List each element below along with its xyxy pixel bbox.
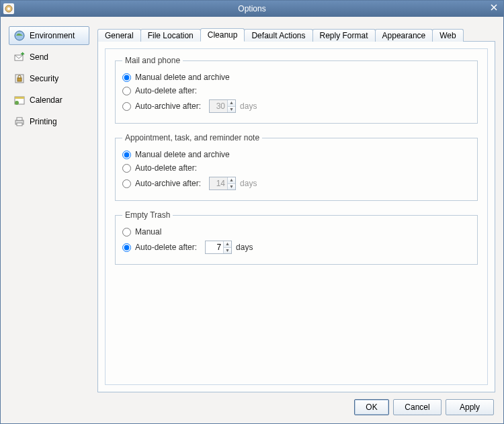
spin-down-icon: ▼ [228,183,235,190]
group-mail-phone: Mail and phone Manual delete and archive… [115,56,478,124]
lock-icon [13,73,26,85]
tab-label: General [105,31,134,40]
mail-days-spinner: ▲▼ [209,99,236,113]
radio-label: Auto-delete after: [135,163,197,173]
send-icon [13,51,26,63]
tab-reply-format[interactable]: Reply Format [312,29,376,42]
options-window: Options Environment Send [0,0,504,424]
days-unit: days [236,243,253,252]
svg-rect-9 [15,97,24,99]
radio-label: Manual delete and archive [135,150,230,159]
mail-days-input [210,100,227,112]
group-legend: Empty Trash [122,210,173,220]
sidebar-item-printing[interactable]: Printing [9,112,89,131]
dialog-body: Environment Send Security [1,17,503,423]
tab-appearance[interactable]: Appearance [375,29,433,42]
svg-point-1 [7,7,10,10]
radio-trash-manual[interactable]: Manual [122,225,470,239]
sidebar-item-security[interactable]: Security [9,69,89,88]
days-unit: days [240,101,257,111]
radio-input[interactable] [122,102,131,111]
svg-point-10 [15,101,19,105]
tab-general[interactable]: General [97,29,141,42]
appt-days-input [210,177,227,189]
days-unit: days [240,179,257,188]
radio-mail-autodelete[interactable]: Auto-delete after: [122,84,470,97]
tab-label: File Location [148,31,194,40]
calendar-icon [13,94,26,106]
radio-label: Auto-delete after: [135,243,197,252]
sidebar-item-calendar[interactable]: Calendar [9,91,89,110]
tab-default-actions[interactable]: Default Actions [244,29,312,42]
tab-file-location[interactable]: File Location [140,29,201,42]
tab-cleanup[interactable]: Cleanup [200,28,245,42]
radio-label: Auto-delete after: [135,86,197,95]
group-empty-trash: Empty Trash Manual Auto-delete after: [115,210,478,265]
radio-mail-manual[interactable]: Manual delete and archive [122,71,470,84]
radio-label: Manual [135,227,161,237]
sidebar-item-label: Printing [30,117,57,126]
radio-appt-autodelete[interactable]: Auto-delete after: [122,161,470,175]
tab-label: Appearance [382,31,426,40]
tab-label: Default Actions [251,31,305,40]
cancel-button[interactable]: Cancel [393,399,442,415]
sidebar-item-label: Send [30,52,48,62]
radio-label: Auto-archive after: [135,101,201,111]
tab-panel-cleanup: Mail and phone Manual delete and archive… [97,41,495,392]
sidebar-item-environment[interactable]: Environment [9,26,89,45]
radio-input[interactable] [122,151,131,159]
tab-bar: General File Location Cleanup Default Ac… [97,26,495,41]
tab-label: Web [439,31,456,40]
ok-button[interactable]: OK [354,399,389,415]
group-legend: Mail and phone [122,56,183,65]
spin-down-icon[interactable]: ▼ [224,247,231,254]
radio-input[interactable] [122,164,131,173]
trash-days-spinner[interactable]: ▲▼ [205,241,232,254]
radio-input[interactable] [122,179,131,188]
tab-label: Cleanup [208,30,238,40]
sidebar-item-label: Calendar [30,95,62,105]
svg-rect-7 [17,78,22,81]
app-icon [3,3,14,14]
tab-label: Reply Format [320,31,368,40]
printer-icon [13,116,26,128]
close-icon[interactable] [489,3,499,14]
spin-down-icon: ▼ [228,106,235,113]
svg-rect-13 [17,123,22,126]
radio-input[interactable] [122,73,131,82]
sidebar-item-label: Environment [30,31,75,40]
spin-up-icon: ▲ [228,100,235,106]
category-sidebar: Environment Send Security [9,26,89,392]
radio-input[interactable] [122,228,131,237]
group-appointment: Appointment, task, and reminder note Man… [115,133,478,201]
radio-input[interactable] [122,87,131,95]
spin-up-icon: ▲ [228,177,235,183]
titlebar[interactable]: Options [1,1,503,17]
dialog-button-bar: OK Cancel Apply [9,392,495,418]
sidebar-item-label: Security [30,74,58,83]
content-area: General File Location Cleanup Default Ac… [97,26,495,392]
radio-input[interactable] [122,243,131,252]
tab-web[interactable]: Web [432,29,463,42]
apply-button[interactable]: Apply [446,399,494,415]
appt-days-spinner: ▲▼ [209,177,236,190]
spin-up-icon[interactable]: ▲ [224,241,231,247]
svg-rect-12 [17,118,22,120]
radio-appt-autoarchive[interactable]: Auto-archive after: [122,179,201,188]
sidebar-item-send[interactable]: Send [9,48,89,67]
group-legend: Appointment, task, and reminder note [122,133,262,142]
trash-days-input[interactable] [206,241,223,253]
globe-icon [13,30,26,42]
window-title: Options [238,4,265,13]
radio-appt-manual[interactable]: Manual delete and archive [122,148,470,161]
radio-label: Auto-archive after: [135,179,201,188]
radio-trash-autodelete[interactable]: Auto-delete after: [122,243,197,252]
radio-mail-autoarchive[interactable]: Auto-archive after: [122,101,201,111]
radio-label: Manual delete and archive [135,73,230,82]
